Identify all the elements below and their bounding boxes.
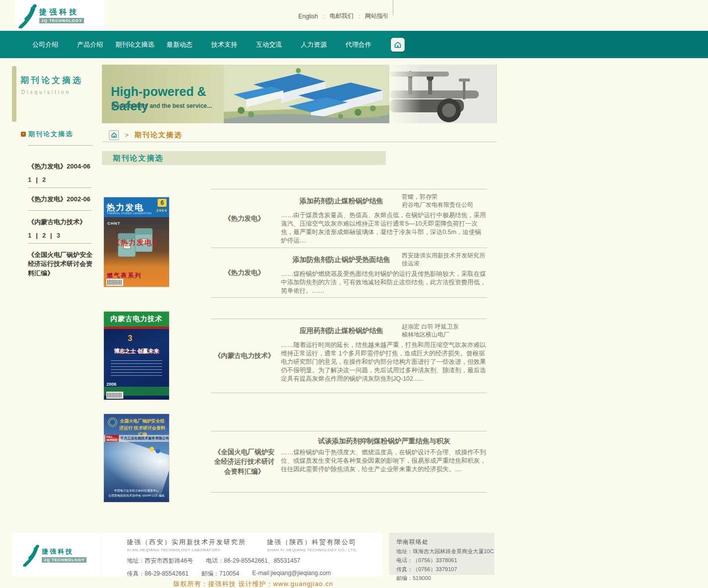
top-link-siteguide[interactable]: 网站指引 (365, 12, 389, 20)
breadcrumb: > 期刊论文摘选 (102, 128, 497, 142)
author-line: 榆林地区横山电厂 (402, 331, 487, 338)
author-line: 府谷电厂发电有限责任公司 (402, 201, 487, 209)
logo[interactable]: 捷强科技 JQ TECHNOLOGY (15, 0, 105, 31)
nav-item-hr[interactable]: 人力资源 (292, 40, 335, 49)
logo-cn: 捷强科技 (42, 547, 87, 556)
cover-brand: CHNT (107, 221, 120, 226)
home-icon (111, 132, 117, 138)
footer-zip: 邮编：710054 (201, 570, 239, 578)
south-office-title: 华南联络处 (396, 538, 495, 546)
header-divider (393, 0, 393, 15)
footer-companies: 捷强（西安）实用新技术开发研究所 XI AN JIEQIANG TECHNOLO… (102, 533, 383, 577)
designer-link[interactable]: www.guangjiao.cn (273, 580, 333, 588)
page-link-2[interactable]: 2 (42, 232, 46, 239)
sidebar-accent-bar (12, 66, 16, 122)
top-link-separator: : (358, 13, 360, 20)
logo-cn: 捷强科技 (39, 7, 84, 17)
company-shanxi: 捷强（陕西）科贸有限公司 SHAN XI JIEQIANG TECHNOLOGY… (267, 538, 357, 552)
nav-item-exchange[interactable]: 互动交流 (248, 40, 290, 49)
divider (28, 210, 91, 211)
sidebar-groups: 《热力发电》2004-06 1 | 2 《热力发电》2002-06 《内蒙古电力… (28, 162, 93, 285)
article-content: 添加防焦剂防止锅炉受热面结焦 西安捷强实用新技术开发研究所 徐远浚 ……煤粉锅炉… (278, 248, 487, 297)
article-abstract: ……随着运行时间的延长，结焦越来越严重，打焦和用压缩空气吹灰亦难以维持正常运行，… (281, 341, 487, 383)
cover-watermark: 《热力发电》 (104, 238, 169, 248)
article-title[interactable]: 添加药剂防止煤粉锅炉结焦 (281, 192, 402, 209)
cover-masthead-band: 内蒙古电力技术 (104, 312, 169, 327)
cover-masthead-en: THERMAL POWER GENERATION (107, 212, 152, 215)
sidebar-group-label[interactable]: 《热力发电》2002-06 (28, 195, 93, 204)
sidebar-group-label[interactable]: 《热力发电》2004-06 (28, 162, 93, 171)
top-link-separator: : (323, 13, 324, 20)
cover-issue-number: 6 (158, 199, 167, 207)
journal-cover-symposium: 全国火电厂锅炉安全经济运行 技术研讨会资料汇编 FULL SERVICE 千力工… (104, 414, 169, 502)
cover-slogan: 博志之士 创赢未来 (104, 347, 169, 355)
worker-helmet-illustration (156, 449, 160, 453)
article-abstract: ……煤粉锅炉燃烧器及受热面结焦对锅炉的运行及传热影响较大，采取在煤中添加防焦剂的… (281, 270, 487, 295)
footer-phone: 电话：86-29-85542661、85531457 (206, 557, 300, 565)
company-name-cn: 捷强（陕西）科贸有限公司 (267, 538, 357, 547)
article-title[interactable]: 试谈添加药剂抑制煤粉锅炉严重结焦与积灰 (281, 434, 487, 446)
cover-footer-text: 中国电力企业联合会科技服务中心 全国发电机组技术协作会 2000年12月 编集 (104, 488, 169, 498)
copyright: 版权所有：接强科技 设计维护：www.guangjiao.cn (12, 580, 495, 588)
nav-item-papers[interactable]: 期刊论文摘选 (113, 40, 156, 49)
article-row: 《热力发电》 添加防焦剂防止锅炉受热面结焦 西安捷强实用新技术开发研究所 徐远浚… (211, 248, 487, 298)
top-link-english[interactable]: English (298, 13, 318, 20)
home-icon (394, 41, 402, 49)
article-title[interactable]: 应用药剂防止煤粉锅炉结焦 (281, 322, 402, 338)
sidebar-group-neimenggu: 《内蒙古电力技术》 1 | 2 | 3 (28, 218, 93, 244)
article-content: 应用药剂防止煤粉锅炉结焦 赵崇宏 白羽 呼延卫东 榆林地区横山电厂 ……随着运行… (278, 319, 487, 393)
footer-logo-box: 捷强科技 JQ TECHNOLOGY (12, 533, 101, 577)
article-journal: 《热力发电》 (211, 248, 278, 297)
top-link-email[interactable]: 电邮我们 (330, 12, 354, 20)
divider (28, 145, 92, 146)
article-content: 试谈添加药剂抑制煤粉锅炉严重结焦与积灰 ……煤粉锅炉由于热强度大、燃烧温度高，在… (278, 431, 487, 492)
nav-item-products[interactable]: 产品介绍 (69, 40, 111, 49)
logo-text: 捷强科技 JQ TECHNOLOGY (42, 547, 87, 563)
nav-home-button[interactable] (391, 38, 405, 52)
nav-item-agency[interactable]: 代理合作 (337, 40, 380, 49)
article-row: 《全国火电厂锅炉安全经济运行技术研讨会资料汇编》 试谈添加药剂抑制煤粉锅炉严重结… (211, 431, 487, 493)
company-name-en: SHAN XI JIEQIANG TECHNOLOGY CO., LTD. (267, 548, 357, 552)
banner: High-powered & Safety Good quality and t… (102, 65, 497, 123)
footer-address: 地址：西安市西影路46号 (127, 557, 193, 565)
cover-toc-lines (111, 360, 162, 377)
sidebar-group-label[interactable]: 《全国火电厂锅炉安全经济运行技术研讨会资料汇编》 (28, 251, 93, 279)
company-name-en: XI AN JIEQIANG TECHNOLOGY LABORATORY (127, 548, 246, 552)
breadcrumb-home-button[interactable] (109, 130, 119, 140)
banner-factory-image (224, 65, 389, 123)
divider (28, 187, 91, 188)
barcode (106, 279, 123, 286)
company-name-cn: 捷强（西安）实用新技术开发研究所 (127, 538, 246, 547)
south-office-fax: 传真：（0756）3379107 (396, 566, 495, 573)
page-separator: | (36, 176, 38, 183)
emblem-icon (108, 418, 117, 427)
article-row: 《热力发电》 添加药剂防止煤粉锅炉结焦 菅耀，郭存荣 府谷电厂发电有限责任公司 … (211, 189, 487, 248)
page-link-1[interactable]: 1 (28, 176, 31, 183)
page-link-2[interactable]: 2 (42, 176, 46, 183)
page-link-3[interactable]: 3 (57, 232, 60, 239)
article-abstract: ……由于煤质含炭量高、热值高、灰熔点低，在锅炉运行中极易结焦，采用蒸汽、压缩空气… (281, 211, 487, 245)
barcode (106, 392, 123, 399)
sidebar-group-thermal-2004: 《热力发电》2004-06 1 | 2 (28, 162, 93, 188)
main-nav: 公司介绍 产品介绍 期刊论文摘选 最新动态 技术支持 互动交流 人力资源 代理合… (0, 31, 708, 58)
sidebar-menu-label: 期刊论文摘选 (28, 130, 73, 139)
article-authors: 菅耀，郭存荣 府谷电厂发电有限责任公司 (402, 192, 487, 209)
footer-email[interactable]: E-mail:jieqiang@jieqiang.com (252, 570, 331, 578)
logo-text: 捷强科技 JQ TECHNOLOGY (39, 7, 84, 23)
article-abstract: ……煤粉锅炉由于热强度大、燃烧温度高，在锅炉设计不合理、或操作不到位、或煤质发生… (281, 448, 487, 474)
worker-helmet-illustration (150, 447, 154, 451)
nav-item-news[interactable]: 最新动态 (158, 40, 201, 49)
article-authors: 赵崇宏 白羽 呼延卫东 榆林地区横山电厂 (402, 322, 487, 338)
sidebar-group-label[interactable]: 《内蒙古电力技术》 (28, 218, 93, 227)
sidebar-menu-item-papers[interactable]: › 期刊论文摘选 (21, 130, 73, 139)
cover-footer-line1: 中国电力企业联合会科技服务中心 (104, 488, 169, 493)
south-office-address: 地址：珠海吉大园林路金景商业大厦10C (396, 548, 495, 555)
page-link-1[interactable]: 1 (28, 232, 31, 239)
footer: 捷强科技 JQ TECHNOLOGY 捷强（西安）实用新技术开发研究所 XI A… (0, 532, 708, 578)
pagination: 1 | 2 | 3 (28, 232, 93, 239)
nav-item-support[interactable]: 技术支持 (203, 40, 246, 49)
sidebar-group-thermal-2002: 《热力发电》2002-06 (28, 195, 93, 211)
nav-item-company[interactable]: 公司介绍 (24, 40, 67, 49)
article-title[interactable]: 添加防焦剂防止锅炉受热面结焦 (281, 251, 402, 267)
journal-cover-thermal-power: 热力发电 THERMAL POWER GENERATION 6 2004 CHN… (104, 197, 169, 287)
